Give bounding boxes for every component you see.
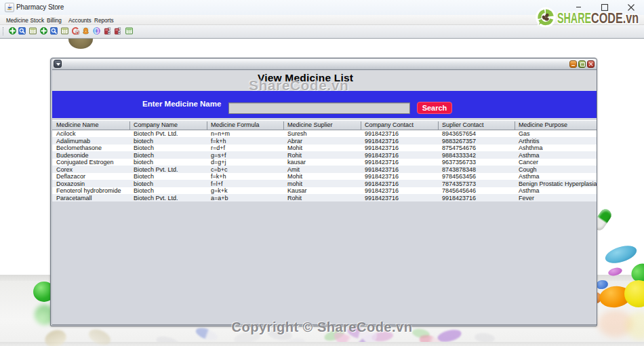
svg-text:SHARE: SHARE [557, 9, 591, 26]
svg-text:CODE.vn: CODE.vn [591, 9, 639, 26]
